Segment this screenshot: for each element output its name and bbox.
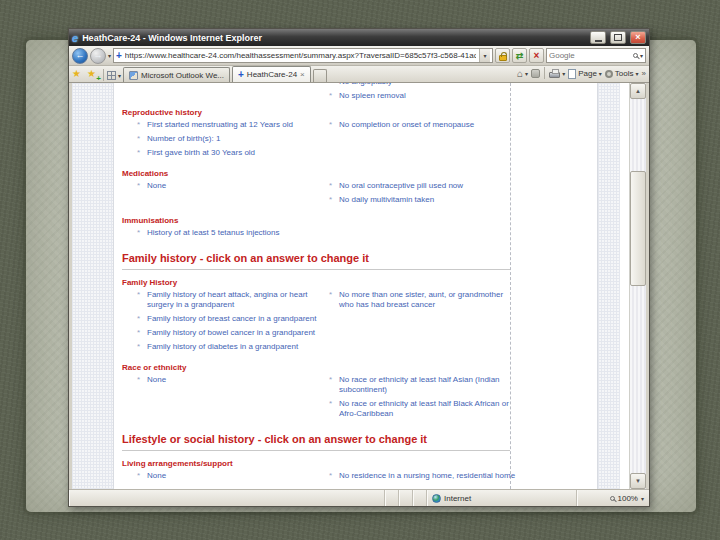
answer-item[interactable]: *No angioplasty <box>329 83 597 87</box>
answer-link[interactable]: No angioplasty <box>339 83 392 87</box>
answer-link[interactable]: No oral contraceptive pill used now <box>339 181 463 191</box>
answer-link[interactable]: Number of birth(s): 1 <box>147 134 220 144</box>
home-button[interactable]: ⌂▾ <box>517 69 528 79</box>
answer-item[interactable]: *No race or ethnicity at least half Asia… <box>329 375 519 395</box>
answer-item[interactable]: *No daily multivitamin taken <box>329 195 519 205</box>
maximize-icon <box>614 34 622 41</box>
internet-zone-icon <box>432 494 441 503</box>
bullet-icon: * <box>137 181 147 191</box>
search-icon[interactable] <box>633 53 638 58</box>
refresh-button[interactable]: ⇄ <box>512 48 527 63</box>
answer-list-right: *No race or ethnicity at least half Asia… <box>329 375 519 423</box>
address-bar[interactable]: + https://www.healthcare-24.com/healthas… <box>113 48 493 63</box>
answer-link[interactable]: No residence in a nursing home, resident… <box>339 471 515 481</box>
zone-label: Internet <box>444 494 471 503</box>
page-title-lifestyle: Lifestyle or social history - click on a… <box>122 433 510 451</box>
answer-item[interactable]: *First gave birth at 30 Years old <box>137 148 329 158</box>
minimize-button[interactable] <box>590 31 606 44</box>
answer-link[interactable]: None <box>147 375 166 385</box>
tab-healthcare24[interactable]: + HeathCare-24 × <box>232 66 311 82</box>
forward-icon: → <box>94 51 103 60</box>
address-url[interactable]: https://www.healthcare-24.com/healthasse… <box>125 51 476 60</box>
answer-link[interactable]: No race or ethnicity at least half Asian… <box>339 375 519 395</box>
feeds-icon[interactable] <box>531 69 540 78</box>
answer-link[interactable]: No daily multivitamin taken <box>339 195 434 205</box>
vertical-scrollbar[interactable]: ▲ ▼ <box>629 83 646 489</box>
tab-outlook[interactable]: Microsoft Outlook We... <box>123 67 230 82</box>
search-box[interactable]: ▾ <box>546 48 646 63</box>
answer-link[interactable]: No race or ethnicity at least half Black… <box>339 399 519 419</box>
scroll-down-button[interactable]: ▼ <box>630 473 646 489</box>
answer-list-right: *No completion or onset of menopause <box>329 120 519 162</box>
printer-icon <box>549 72 560 78</box>
scroll-up-button[interactable]: ▲ <box>630 83 646 99</box>
answer-link[interactable]: Family history of heart attack, angina o… <box>147 290 323 310</box>
answer-list-right: *No residence in a nursing home, residen… <box>329 471 519 485</box>
answer-link[interactable]: History of at least 5 tetanus injections <box>147 228 280 238</box>
page-menu-button[interactable]: Page▾ <box>568 69 602 79</box>
answer-link[interactable]: No completion or onset of menopause <box>339 120 474 130</box>
favorites-button[interactable]: ★ <box>72 68 85 82</box>
close-button[interactable]: × <box>630 31 646 44</box>
bullet-icon: * <box>137 120 147 130</box>
answer-link[interactable]: None <box>147 471 166 481</box>
answer-link[interactable]: First started menstruating at 12 Years o… <box>147 120 293 130</box>
title-bar[interactable]: e HeathCare-24 - Windows Internet Explor… <box>69 29 649 46</box>
answer-list-left: *History of at least 5 tetanus injection… <box>137 228 329 242</box>
tab-list-dropdown[interactable]: ▾ <box>118 72 121 79</box>
answer-item[interactable]: *None <box>137 181 329 191</box>
answer-item[interactable]: *Family history of bowel cancer in a gra… <box>137 328 329 338</box>
section-columns: *None *No race or ethnicity at least hal… <box>122 375 597 423</box>
answer-item[interactable]: *History of at least 5 tetanus injection… <box>137 228 329 238</box>
healthcare-favicon: + <box>238 70 244 80</box>
security-report-button[interactable] <box>495 48 510 63</box>
maximize-button[interactable] <box>610 31 626 44</box>
answer-item[interactable]: *Family history of heart attack, angina … <box>137 290 329 310</box>
scroll-up-icon: ▲ <box>635 88 641 94</box>
answer-item[interactable]: *No race or ethnicity at least half Blac… <box>329 399 519 419</box>
tab-close-icon[interactable]: × <box>300 70 305 79</box>
search-options-dropdown[interactable]: ▾ <box>640 52 643 59</box>
zoom-dropdown[interactable]: ▾ <box>641 495 644 502</box>
scrollbar-thumb[interactable] <box>630 171 646 286</box>
status-pane <box>399 490 413 506</box>
answer-link[interactable]: No spleen removal <box>339 91 406 101</box>
answer-item[interactable]: *No more than one sister, aunt, or grand… <box>329 290 519 310</box>
answer-item[interactable]: *Number of birth(s): 1 <box>137 134 329 144</box>
history-dropdown[interactable]: ▾ <box>108 52 111 59</box>
bullet-icon: * <box>137 134 147 144</box>
answer-item[interactable]: *No completion or onset of menopause <box>329 120 519 130</box>
answer-item[interactable]: *Family history of breast cancer in a gr… <box>137 314 329 324</box>
answer-link[interactable]: First gave birth at 30 Years old <box>147 148 255 158</box>
answer-item[interactable]: *None <box>137 375 329 385</box>
zoom-control[interactable]: 100% ▾ <box>577 490 649 506</box>
star-icon: ★ <box>72 68 81 79</box>
stop-button[interactable]: × <box>529 48 544 63</box>
answer-link[interactable]: No more than one sister, aunt, or grandm… <box>339 290 519 310</box>
back-button[interactable]: ← <box>72 48 88 64</box>
address-dropdown[interactable]: ▾ <box>479 49 490 62</box>
bullet-icon: * <box>137 290 147 310</box>
new-tab-button[interactable] <box>313 69 327 82</box>
answer-link[interactable]: Family history of bowel cancer in a gran… <box>147 328 315 338</box>
answer-item[interactable]: *First started menstruating at 12 Years … <box>137 120 329 130</box>
answer-link[interactable]: Family history of diabetes in a grandpar… <box>147 342 298 352</box>
search-input[interactable] <box>549 51 631 60</box>
divider <box>103 69 104 81</box>
answer-link[interactable]: None <box>147 181 166 191</box>
answer-item[interactable]: *None <box>137 471 329 481</box>
print-button[interactable]: ▾ <box>549 69 565 78</box>
section-columns: *None *No oral contraceptive pill used n… <box>122 181 597 209</box>
answer-item[interactable]: *Family history of diabetes in a grandpa… <box>137 342 329 352</box>
tools-menu-button[interactable]: Tools▾ <box>605 69 639 78</box>
forward-button[interactable]: → <box>90 48 106 64</box>
answer-item[interactable]: *No spleen removal <box>329 91 597 101</box>
answer-link[interactable]: Family history of breast cancer in a gra… <box>147 314 316 324</box>
toolbar-overflow-chevron[interactable]: » <box>642 69 646 78</box>
add-favorite-button[interactable]: ★+ <box>87 68 100 82</box>
scroll-down-icon: ▼ <box>635 478 641 484</box>
quick-tabs-icon[interactable] <box>107 71 116 80</box>
answer-item[interactable]: *No residence in a nursing home, residen… <box>329 471 519 481</box>
bullet-icon: * <box>137 314 147 324</box>
answer-item[interactable]: *No oral contraceptive pill used now <box>329 181 519 191</box>
